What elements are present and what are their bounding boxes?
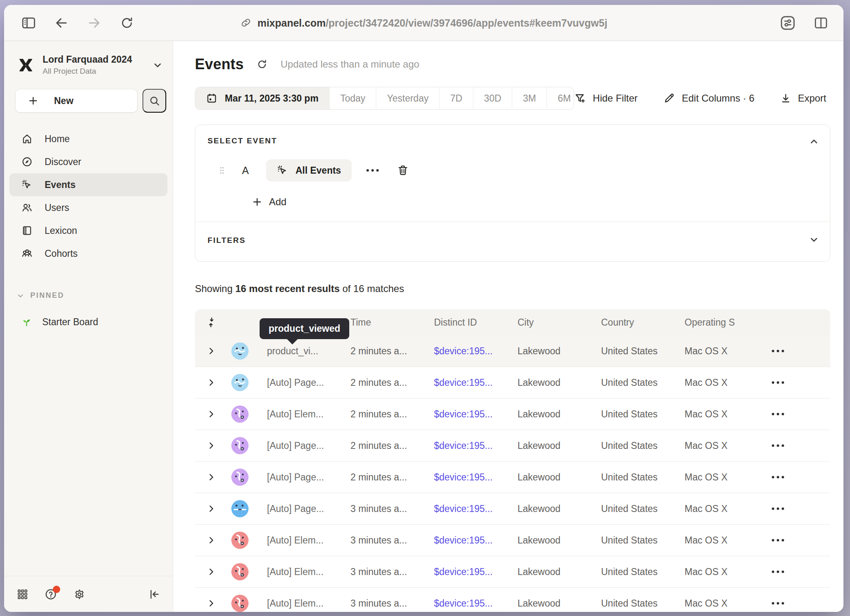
event-name-cell[interactable]: [Auto] Page... — [254, 440, 344, 451]
distinct-id-link[interactable]: $device:195... — [427, 440, 511, 451]
expand-row-icon[interactable] — [195, 378, 227, 387]
sidebar-item-users[interactable]: Users — [9, 196, 167, 219]
select-event-title: SELECT EVENT — [208, 136, 818, 145]
table-row[interactable]: [Auto] Elem... 3 minutes a... $device:19… — [195, 556, 830, 588]
sort-icon[interactable] — [195, 316, 227, 328]
sidebar-item-events[interactable]: Events — [9, 173, 167, 196]
expand-row-icon[interactable] — [195, 535, 227, 545]
results-summary: Showing 16 most recent results of 16 mat… — [195, 283, 843, 294]
range-6m[interactable]: 6M — [547, 87, 574, 109]
tooltip-text: product_viewed — [269, 323, 340, 334]
row-actions-icon[interactable] — [762, 413, 794, 415]
range-7d[interactable]: 7D — [440, 87, 473, 109]
row-actions-icon[interactable] — [762, 381, 794, 384]
expand-row-icon[interactable] — [195, 472, 227, 482]
sidebar-toggle-icon[interactable] — [20, 15, 37, 31]
sidebar-item-cohorts[interactable]: Cohorts — [9, 242, 167, 265]
expand-row-icon[interactable] — [195, 441, 227, 451]
event-name-cell[interactable]: [Auto] Page... — [254, 503, 344, 514]
row-actions-icon[interactable] — [762, 444, 794, 447]
page-title: Events — [195, 56, 244, 73]
time-cell: 3 minutes a... — [344, 598, 427, 609]
column-header-operating-system[interactable]: Operating S — [678, 317, 762, 328]
event-avatar — [227, 405, 254, 424]
expand-row-icon[interactable] — [195, 409, 227, 419]
new-button-label: New — [54, 95, 73, 106]
table-row[interactable]: [Auto] Page... 3 minutes a... $device:19… — [195, 493, 830, 525]
row-actions-icon[interactable] — [762, 476, 794, 478]
expand-row-icon[interactable] — [195, 598, 227, 608]
table-row[interactable]: [Auto] Elem... 3 minutes a... $device:19… — [195, 525, 830, 556]
expand-section-icon[interactable] — [809, 234, 819, 245]
distinct-id-link[interactable]: $device:195... — [427, 377, 511, 388]
row-actions-icon[interactable] — [762, 602, 794, 605]
distinct-id-link[interactable]: $device:195... — [427, 409, 511, 420]
column-header-time[interactable]: Time — [344, 317, 427, 328]
event-avatar — [227, 499, 254, 518]
table-row[interactable]: [Auto] Page... 2 minutes a... $device:19… — [195, 462, 830, 493]
search-button[interactable] — [142, 89, 166, 113]
sidebar-item-home[interactable]: Home — [9, 127, 167, 150]
help-button[interactable] — [44, 588, 57, 601]
reload-icon[interactable] — [119, 15, 135, 31]
date-picker-button[interactable]: Mar 11, 2025 3:30 pm — [195, 87, 330, 109]
expand-row-icon[interactable] — [195, 504, 227, 514]
delete-event-icon[interactable] — [397, 164, 409, 177]
range-yesterday[interactable]: Yesterday — [376, 87, 439, 109]
table-row[interactable]: [Auto] Page... 2 minutes a... $device:19… — [195, 367, 830, 399]
refresh-icon[interactable] — [256, 58, 268, 70]
event-name-cell[interactable]: [Auto] Elem... — [254, 598, 344, 609]
new-button[interactable]: New — [15, 89, 138, 113]
collapse-section-icon[interactable] — [809, 136, 819, 147]
column-header-country[interactable]: Country — [595, 317, 678, 328]
sidebar-item-lexicon[interactable]: Lexicon — [9, 219, 167, 242]
row-actions-icon[interactable] — [762, 507, 794, 510]
settings-gear-icon[interactable] — [73, 588, 86, 601]
event-name-cell[interactable]: product_vi... — [254, 346, 344, 357]
split-view-icon[interactable] — [813, 15, 829, 31]
table-row[interactable]: [Auto] Elem... 3 minutes a... $device:19… — [195, 588, 830, 612]
sidebar-item-discover[interactable]: Discover — [9, 150, 167, 173]
distinct-id-link[interactable]: $device:195... — [427, 346, 511, 357]
event-name-cell[interactable]: [Auto] Elem... — [254, 566, 344, 578]
page-settings-icon[interactable] — [780, 15, 796, 31]
edit-columns-button[interactable]: Edit Columns · 6 — [663, 92, 754, 104]
distinct-id-link[interactable]: $device:195... — [427, 472, 511, 483]
expand-row-icon[interactable] — [195, 567, 227, 577]
back-icon[interactable] — [53, 15, 70, 31]
event-selector-chip[interactable]: All Events — [266, 159, 352, 181]
row-actions-icon[interactable] — [762, 350, 794, 352]
collapse-sidebar-icon[interactable] — [148, 588, 161, 600]
range-today[interactable]: Today — [330, 87, 376, 109]
range-3m[interactable]: 3M — [512, 87, 547, 109]
project-switcher[interactable]: Lord Farquaad 2024 All Project Data — [4, 41, 173, 78]
apps-grid-icon[interactable] — [16, 588, 29, 600]
event-name-cell[interactable]: [Auto] Elem... — [254, 535, 344, 546]
expand-row-icon[interactable] — [195, 346, 227, 356]
event-more-options-icon[interactable] — [366, 169, 379, 172]
forward-icon[interactable] — [86, 15, 102, 31]
distinct-id-link[interactable]: $device:195... — [427, 566, 511, 578]
hide-filter-button[interactable]: Hide Filter — [574, 92, 638, 104]
distinct-id-link[interactable]: $device:195... — [427, 503, 511, 514]
distinct-id-link[interactable]: $device:195... — [427, 598, 511, 609]
table-row[interactable]: [Auto] Elem... 2 minutes a... $device:19… — [195, 399, 830, 430]
distinct-id-link[interactable]: $device:195... — [427, 535, 511, 546]
event-name-cell[interactable]: [Auto] Page... — [254, 472, 344, 483]
row-actions-icon[interactable] — [762, 539, 794, 541]
table-row[interactable]: [Auto] Page... 2 minutes a... $device:19… — [195, 430, 830, 462]
sidebar-item-starter-board[interactable]: Starter Board — [15, 316, 173, 328]
export-button[interactable]: Export — [780, 93, 826, 104]
event-name-cell[interactable]: [Auto] Page... — [254, 377, 344, 388]
range-30d[interactable]: 30D — [473, 87, 512, 109]
plus-icon — [252, 197, 262, 207]
drag-handle-icon[interactable] — [217, 165, 227, 176]
row-actions-icon[interactable] — [762, 571, 794, 573]
address-bar[interactable]: mixpanel.com/project/3472420/view/397469… — [240, 17, 608, 29]
add-event-button[interactable]: Add — [252, 196, 818, 208]
event-name-cell[interactable]: [Auto] Elem... — [254, 409, 344, 420]
pinned-section-header[interactable]: PINNED — [16, 291, 173, 300]
column-header-distinct-id[interactable]: Distinct ID — [427, 317, 511, 328]
column-header-city[interactable]: City — [511, 317, 595, 328]
sidebar: Lord Farquaad 2024 All Project Data New — [4, 41, 173, 612]
